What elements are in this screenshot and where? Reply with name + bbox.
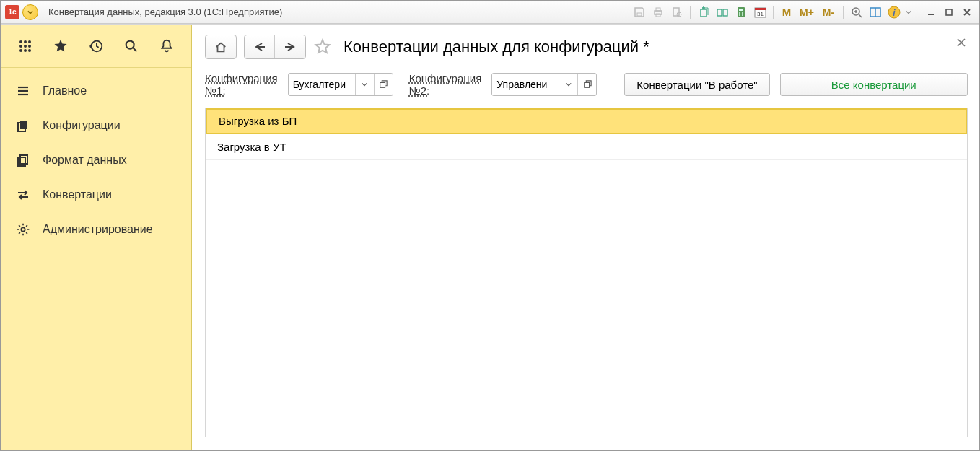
nav-button-group [244, 35, 306, 59]
stack2-icon [15, 154, 31, 167]
svg-point-28 [19, 45, 22, 48]
svg-rect-8 [723, 9, 727, 16]
gear-icon [15, 222, 31, 237]
apps-grid-icon[interactable] [12, 32, 39, 60]
save-icon[interactable] [631, 4, 648, 20]
sidebar: Главное Конфигурации Формат данных Конве… [1, 25, 192, 450]
list-item[interactable]: Выгрузка из БП [206, 108, 967, 134]
svg-point-33 [28, 49, 31, 52]
sidebar-item-label: Конвертации [43, 188, 112, 201]
config1-open-button[interactable] [374, 74, 393, 95]
svg-point-32 [24, 49, 27, 52]
sidebar-item-label: Формат данных [43, 154, 127, 167]
memory-m-icon[interactable]: M [778, 4, 795, 20]
svg-text:31: 31 [757, 11, 764, 17]
calculator-icon[interactable] [732, 4, 750, 20]
svg-point-12 [742, 12, 743, 14]
svg-rect-46 [380, 83, 385, 88]
svg-rect-16 [755, 8, 766, 10]
conversion-list: Выгрузка из БП Загрузка в УТ [205, 108, 968, 438]
svg-point-14 [742, 14, 743, 16]
menu-lines-icon [15, 84, 31, 97]
window-title: Конвертация данных, редакция 3.0 (1С:Пре… [48, 6, 282, 17]
info-dropdown-icon[interactable] [904, 4, 913, 20]
svg-point-30 [28, 45, 31, 48]
config1-combo[interactable] [288, 73, 393, 96]
memory-mminus-icon[interactable]: M- [818, 4, 839, 20]
favorites-star-icon[interactable] [47, 32, 74, 60]
search-icon[interactable] [118, 32, 145, 60]
svg-rect-6 [701, 9, 706, 17]
config2-dropdown-button[interactable] [559, 74, 577, 95]
main-panel: Конвертации данных для конфигураций * Ко… [192, 25, 979, 450]
history-icon[interactable] [82, 32, 110, 60]
app-logo-icon: 1c [5, 5, 19, 19]
sidebar-item-label: Главное [43, 84, 87, 97]
sidebar-item-configurations[interactable]: Конфигурации [1, 108, 191, 143]
nav-back-button[interactable] [245, 35, 275, 58]
svg-point-31 [19, 49, 22, 52]
compare-icon[interactable] [714, 4, 731, 20]
svg-point-29 [24, 45, 27, 48]
info-icon[interactable]: i [885, 4, 903, 20]
link-doc-icon[interactable] [695, 4, 712, 20]
config2-open-button[interactable] [577, 74, 596, 95]
svg-point-27 [28, 40, 31, 43]
svg-point-26 [24, 40, 27, 43]
bell-icon[interactable] [153, 32, 180, 60]
page-title: Конвертации данных для конфигураций * [344, 38, 968, 56]
preview-icon[interactable] [668, 4, 686, 20]
config2-input[interactable] [492, 74, 559, 95]
sidebar-item-conversions[interactable]: Конвертации [1, 178, 191, 212]
svg-point-11 [739, 12, 740, 14]
svg-rect-39 [20, 121, 27, 129]
sidebar-item-data-format[interactable]: Формат данных [1, 143, 191, 178]
conversions-in-work-button[interactable]: Конвертации "В работе" [624, 73, 769, 96]
sidebar-item-label: Конфигурации [43, 119, 121, 132]
svg-rect-4 [673, 8, 679, 16]
svg-rect-42 [18, 157, 25, 166]
svg-point-43 [21, 227, 25, 231]
close-page-button[interactable] [956, 38, 966, 48]
config1-input[interactable] [289, 74, 355, 95]
nav-forward-button[interactable] [275, 35, 305, 58]
all-conversions-button[interactable]: Все конвертации [780, 73, 968, 96]
close-window-button[interactable] [959, 5, 975, 19]
svg-rect-24 [946, 9, 952, 15]
list-item[interactable]: Загрузка в УТ [206, 134, 967, 160]
config2-label: Конфигурация №2: [409, 72, 482, 97]
svg-rect-47 [585, 83, 590, 88]
zoom-icon[interactable] [848, 4, 865, 20]
svg-rect-10 [739, 9, 743, 11]
minimize-button[interactable] [923, 5, 939, 19]
sidebar-item-label: Администрирование [43, 223, 153, 236]
svg-point-35 [126, 40, 134, 48]
svg-rect-0 [637, 13, 642, 16]
config1-dropdown-button[interactable] [355, 74, 374, 95]
svg-rect-7 [717, 9, 722, 16]
config2-combo[interactable] [491, 73, 597, 96]
config1-label: Конфигурация №1: [205, 72, 278, 97]
sidebar-item-administration[interactable]: Администрирование [1, 212, 191, 247]
panel-split-icon[interactable] [867, 4, 884, 20]
stack-icon [15, 119, 31, 132]
titlebar: 1c Конвертация данных, редакция 3.0 (1С:… [1, 1, 979, 24]
svg-point-13 [739, 14, 740, 16]
transfer-arrows-icon [15, 188, 31, 201]
app-menu-dropdown[interactable] [22, 4, 38, 20]
favorite-star-icon[interactable] [313, 38, 332, 56]
sidebar-item-main[interactable]: Главное [1, 74, 191, 108]
print-icon[interactable] [649, 4, 667, 20]
svg-rect-41 [20, 155, 27, 164]
calendar-icon[interactable]: 31 [751, 4, 769, 20]
svg-point-25 [19, 40, 22, 43]
maximize-button[interactable] [941, 5, 957, 19]
memory-mplus-icon[interactable]: M+ [797, 4, 817, 20]
home-button[interactable] [205, 35, 237, 59]
